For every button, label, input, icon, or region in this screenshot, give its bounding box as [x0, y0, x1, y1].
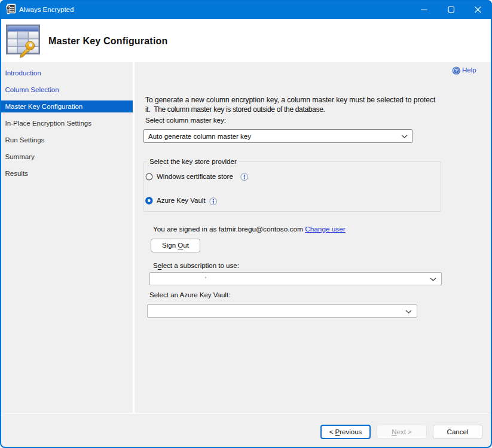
svg-text:?: ?	[454, 67, 458, 74]
